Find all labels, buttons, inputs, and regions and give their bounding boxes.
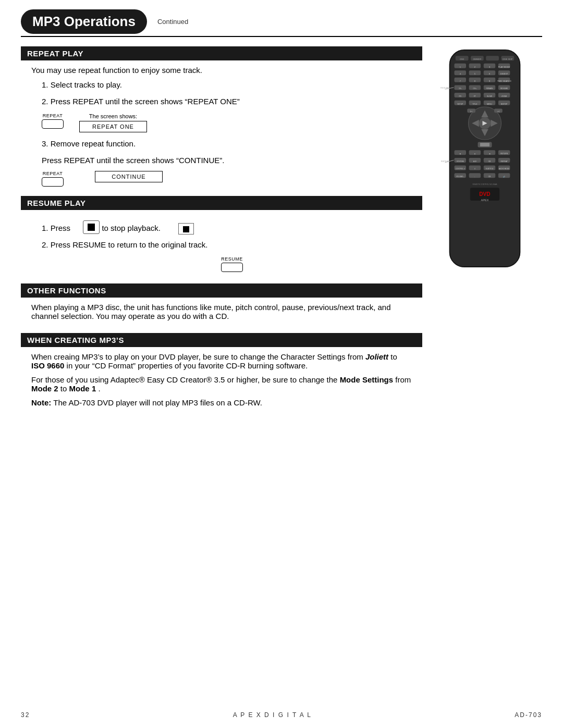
- page-header: MP3 Operations Continued: [21, 9, 542, 37]
- svg-text:#: #: [474, 168, 475, 170]
- when-creating-para3: Note: The AD-703 DVD player will not pla…: [31, 398, 412, 407]
- svg-text:FR: FR: [459, 95, 462, 97]
- svg-text:🔊: 🔊: [503, 176, 505, 178]
- svg-text:|<<: |<<: [470, 110, 473, 113]
- svg-text:PLAY MODE: PLAY MODE: [498, 66, 510, 68]
- when-creating-content: When creаing MP3’s to play on your DVD p…: [21, 347, 422, 410]
- iso-text: ISO 9660: [31, 361, 64, 370]
- svg-text:CONTROL #: CONTROL #: [456, 168, 465, 170]
- resume-button-shape: [221, 263, 243, 272]
- continue-screen-diagram: CONTINUE: [95, 171, 163, 182]
- repeat-button-diagram: REPEAT: [42, 113, 64, 129]
- svg-text:A-B: A-B: [473, 161, 476, 163]
- mode1-text: Mode 1: [69, 384, 96, 393]
- svg-text:FT: FT: [474, 95, 476, 97]
- svg-text:AUDIO MODE: AUDIO MODE: [499, 168, 509, 170]
- screen-shows-label: The screen shows:: [89, 113, 137, 119]
- page-number: 32: [21, 711, 30, 719]
- repeat-button-diagram-2: REPEAT: [42, 171, 64, 187]
- svg-text:TITLE: TITLE: [472, 103, 478, 105]
- svg-text:REMAIN: REMAIN: [486, 88, 493, 90]
- repeat-button-shape-2: [42, 177, 64, 187]
- continued-label: Continued: [157, 18, 188, 26]
- remote-control-svg: OSD DIMMER DISK SKIP 1 2 3 PLAY MODE 4 5…: [438, 46, 532, 270]
- svg-text:SLOW: SLOW: [487, 95, 493, 97]
- svg-text:ZOOM: ZOOM: [501, 95, 507, 97]
- svg-text:DVD: DVD: [479, 191, 490, 197]
- svg-text:OSD: OSD: [460, 58, 464, 60]
- svg-text:REPEAT: REPEAT: [441, 160, 449, 163]
- stop-button-icon: [83, 220, 100, 234]
- resume-step1: 1. Press to stop playback.: [42, 220, 412, 235]
- svg-text:>>|: >>|: [497, 110, 499, 113]
- svg-text:VOLUME +: VOLUME +: [456, 176, 464, 178]
- other-functions-content: When playing a MP3 disc, the unit has fu…: [21, 298, 422, 324]
- resume-button-diagram: RESUME: [52, 256, 412, 272]
- svg-rect-70: [480, 143, 489, 146]
- stop-icon-display: [178, 223, 194, 235]
- svg-text:REMOTE CONTROL NO-99AA: REMOTE CONTROL NO-99AA: [473, 183, 498, 186]
- when-creating-para1: When creаing MP3’s to play on your DVD p…: [31, 352, 412, 370]
- svg-text:M/STEP: M/STEP: [501, 103, 508, 105]
- svg-text:SYSTEM: SYSTEM: [457, 161, 464, 163]
- svg-text:-: -: [474, 176, 475, 178]
- svg-text:CB: CB: [488, 176, 491, 178]
- svg-text:REPEAT: REPEAT: [501, 161, 508, 163]
- svg-text:RESUME: RESUME: [500, 88, 508, 90]
- when-creating-para2: For those of you using Adaptec® Easy CD …: [31, 375, 412, 393]
- svg-text:RETURN: RETURN: [500, 153, 508, 155]
- joliett-text: Joliett: [365, 352, 388, 361]
- svg-rect-3: [486, 56, 499, 60]
- svg-text:9: 9: [489, 80, 490, 82]
- svg-text:2: 2: [474, 66, 475, 68]
- repeat-one-diagram: REPEAT The screen shows: REPEAT ONE: [42, 113, 401, 132]
- continue-diagram: REPEAT CONTINUE: [42, 171, 401, 187]
- svg-text:DIGEST: DIGEST: [500, 72, 508, 75]
- resume-play-header: RESUME PLAY: [21, 196, 422, 210]
- svg-text:TIME SEARCH: TIME SEARCH: [497, 80, 511, 82]
- repeat-btn-label: REPEAT: [43, 113, 63, 118]
- main-content: REPEAT PLAY You may use repeat function …: [21, 37, 422, 410]
- svg-text:MENU: MENU: [487, 103, 492, 105]
- resume-btn-label: RESUME: [221, 256, 243, 262]
- other-functions-text: When playing a MP3 disc, the unit has fu…: [31, 303, 412, 320]
- page-footer: 32 A P E X D I G I T A L AD-703: [0, 711, 563, 719]
- stop-square: [88, 224, 95, 231]
- svg-text:CB: CB: [488, 161, 491, 163]
- repeat-btn-label-2: REPEAT: [43, 171, 63, 176]
- repeat-one-screen-diagram: The screen shows: REPEAT ONE: [79, 113, 147, 132]
- svg-text:SUBTITLE: SUBTITLE: [485, 168, 493, 170]
- model-number: AD-703: [515, 711, 542, 719]
- repeat-one-screen-box: REPEAT ONE: [79, 121, 147, 132]
- resume-step2: 2. Press RESUME to return to the origina…: [42, 239, 412, 251]
- mode-settings-text: Mode Settings: [340, 375, 394, 384]
- note-label: Note:: [31, 398, 51, 407]
- svg-text:7: 7: [460, 80, 461, 82]
- page-title: MP3 Operations: [21, 9, 147, 34]
- brand-name: A P E X D I G I T A L: [233, 711, 312, 719]
- other-functions-header: OTHER FUNCTIONS: [21, 283, 422, 298]
- continue-screen-box: CONTINUE: [95, 171, 163, 182]
- svg-text:APEX: APEX: [481, 199, 489, 202]
- repeat-intro: You may use repeat function to enjoy som…: [31, 66, 412, 75]
- repeat-button-shape: [42, 119, 64, 129]
- repeat-step2: 2. Press REPEAT until the screen shows “…: [42, 95, 412, 108]
- repeat-play-header: REPEAT PLAY: [21, 46, 422, 60]
- remote-control-area: OSD DIMMER DISK SKIP 1 2 3 PLAY MODE 4 5…: [427, 46, 542, 270]
- svg-text:CH+: CH+: [473, 88, 476, 90]
- repeat-play-content: You may use repeat function to enjoy som…: [21, 60, 422, 187]
- svg-text:DISK SKIP: DISK SKIP: [503, 58, 513, 60]
- svg-text:1: 1: [460, 66, 461, 68]
- svg-text:SETUP: SETUP: [457, 103, 463, 105]
- mode2-text: Mode 2: [31, 384, 58, 393]
- resume-play-content: 1. Press to stop playback. 2. Press RESU…: [21, 210, 422, 272]
- repeat-step3b: Press REPEAT until the screen shows “CON…: [42, 154, 412, 167]
- svg-text:▲: ▲: [474, 153, 475, 155]
- svg-text:DIMMER: DIMMER: [473, 58, 481, 60]
- repeat-step1: 1. Select tracks to play.: [42, 79, 412, 91]
- svg-text:10+: 10+: [459, 88, 462, 90]
- stop-icon-square: [183, 226, 189, 232]
- repeat-step3a: 3. Remove repeat function.: [42, 138, 412, 150]
- when-creating-header: WHEN CREATING MP3’S: [21, 333, 422, 347]
